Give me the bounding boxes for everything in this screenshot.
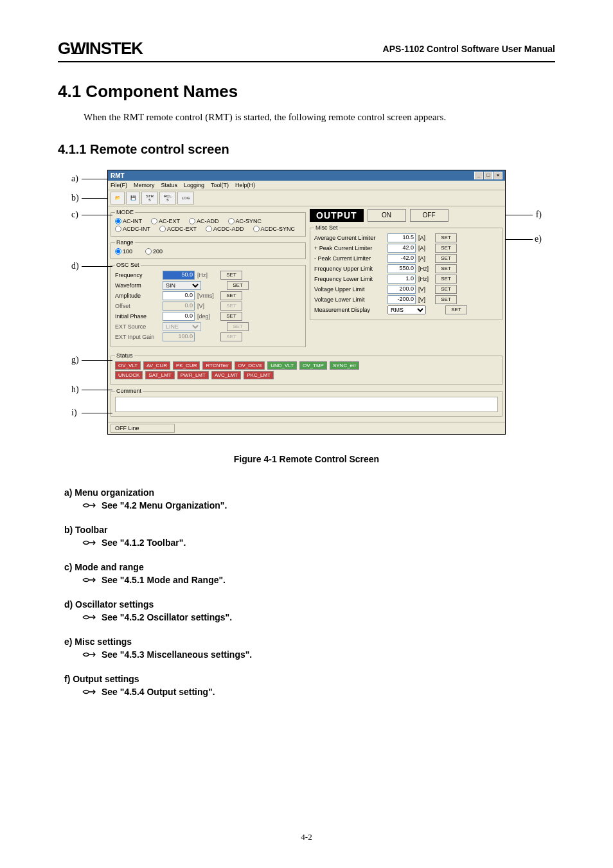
comment-input[interactable]	[115, 397, 498, 412]
save-icon[interactable]: 💾	[126, 192, 140, 204]
window-title: RMT	[111, 172, 125, 179]
rcl-icon[interactable]: RCL5	[159, 192, 176, 204]
menubar: File(F) Memory Status Logging Tool(T) He…	[108, 181, 505, 190]
voltup-set-button[interactable]: SET	[435, 285, 457, 294]
ppkcur-input[interactable]: 42.0	[387, 244, 416, 253]
meas-select[interactable]: RMS	[387, 305, 426, 314]
avgcur-label: Average Current Limiter	[314, 235, 385, 241]
callout-d: d)	[71, 261, 79, 271]
pointer-icon	[82, 538, 96, 547]
statusbar: OFF Line	[108, 422, 505, 434]
pointer-icon	[82, 501, 96, 510]
flag-ovvlt: OV_VLT	[115, 361, 141, 370]
phase-set-button[interactable]: SET	[220, 312, 242, 321]
window-controls: _ □ ×	[474, 172, 502, 179]
wave-set-button[interactable]: SET	[227, 281, 249, 290]
amp-unit: [Vrms]	[197, 293, 218, 299]
output-on-button[interactable]: ON	[368, 209, 406, 222]
extsrc-select: LINE	[163, 322, 201, 331]
offset-unit: [V]	[197, 303, 218, 309]
str-icon[interactable]: STR5	[141, 192, 158, 204]
mode-acsync[interactable]: AC-SYNC	[228, 218, 262, 224]
osc-group: OSC Set Frequency 50.0 [Hz] SET Waveform…	[111, 262, 306, 347]
extgain-set-button: SET	[220, 332, 242, 341]
item-d-ref: See "4.5.2 Oscillator settings".	[102, 612, 232, 622]
flag-syncerr: SYNC_err	[330, 361, 359, 370]
frequp-input[interactable]: 550.0	[387, 264, 416, 273]
item-f-ref: See "4.5.4 Output setting".	[102, 687, 215, 697]
callout-e: e)	[535, 234, 542, 244]
avgcur-input[interactable]: 10.5	[387, 233, 416, 242]
section-intro: When the RMT remote control (RMT) is sta…	[84, 112, 555, 123]
close-icon[interactable]: ×	[493, 172, 502, 179]
flag-pkcur: PK_CUR	[173, 361, 200, 370]
mode-acadd[interactable]: AC-ADD	[189, 218, 219, 224]
mode-acint[interactable]: AC-INT	[115, 218, 142, 224]
voltlo-set-button[interactable]: SET	[435, 295, 457, 304]
npkcur-set-button[interactable]: SET	[435, 254, 457, 263]
menu-memory[interactable]: Memory	[134, 182, 155, 188]
frequp-set-button[interactable]: SET	[435, 264, 457, 273]
amp-label: Amplitude	[115, 293, 160, 299]
npkcur-label: - Peak Current Limiter	[314, 255, 385, 262]
output-off-button[interactable]: OFF	[410, 209, 449, 222]
pointer-icon	[82, 687, 96, 696]
freq-set-button[interactable]: SET	[220, 271, 242, 280]
flag-undvlt: UND_VLT	[267, 361, 297, 370]
manual-title: APS-1102 Control Software User Manual	[383, 44, 555, 54]
mode-acdcext[interactable]: ACDC-EXT	[159, 226, 197, 232]
range-100[interactable]: 100	[115, 248, 132, 255]
log-icon[interactable]: LOG	[177, 192, 194, 204]
phase-label: Initial Phase	[115, 313, 160, 320]
pointer-icon	[82, 613, 96, 622]
freq-input[interactable]: 50.0	[163, 271, 195, 280]
freqlo-input[interactable]: 1.0	[387, 275, 416, 284]
voltup-input[interactable]: 200.0	[387, 285, 416, 294]
wave-select[interactable]: SIN	[163, 281, 201, 290]
flag-rtcnterr: RTCNTerr	[202, 361, 232, 370]
mode-acdcsync[interactable]: ACDC-SYNC	[253, 226, 296, 232]
amp-set-button[interactable]: SET	[220, 291, 242, 300]
item-b-ref: See "4.1.2 Toolbar".	[102, 538, 186, 548]
item-f-head: f) Output settings	[64, 674, 555, 684]
callout-b: b)	[71, 193, 79, 203]
minimize-icon[interactable]: _	[474, 172, 483, 179]
npkcur-input[interactable]: -42.0	[387, 254, 416, 263]
range-200[interactable]: 200	[145, 248, 163, 255]
menu-logging[interactable]: Logging	[184, 182, 204, 188]
section-heading: 4.1 Component Names	[58, 82, 555, 102]
status-group: Status OV_VLT AV_CUR PK_CUR RTCNTerr OV_…	[111, 352, 502, 385]
freqlo-set-button[interactable]: SET	[435, 275, 457, 284]
menu-file[interactable]: File(F)	[111, 182, 127, 188]
flag-ovtmp: OV_TMP	[299, 361, 327, 370]
maximize-icon[interactable]: □	[484, 172, 493, 179]
amp-input[interactable]: 0.0	[163, 291, 195, 300]
meas-label: Measurement Display	[314, 307, 385, 313]
output-label: OUTPUT	[310, 209, 364, 222]
flag-pwrlmt: PWR_LMT	[177, 371, 209, 379]
menu-status[interactable]: Status	[161, 182, 178, 188]
pointer-icon	[82, 575, 96, 584]
callout-h: h)	[71, 384, 79, 395]
osc-legend: OSC Set	[115, 262, 141, 268]
status-legend: Status	[115, 352, 134, 359]
menu-tool[interactable]: Tool(T)	[211, 182, 229, 188]
flag-avclmt: AVC_LMT	[211, 371, 241, 379]
mode-acext[interactable]: AC-EXT	[151, 218, 180, 224]
menu-help[interactable]: Help(H)	[235, 182, 255, 188]
ppkcur-set-button[interactable]: SET	[435, 244, 457, 253]
rmt-window: RMT _ □ × File(F) Memory Status Logging …	[107, 170, 506, 435]
voltlo-input[interactable]: -200.0	[387, 295, 416, 304]
meas-set-button[interactable]: SET	[445, 305, 467, 314]
mode-acdcint[interactable]: ACDC-INT	[115, 226, 150, 232]
offset-label: Offset	[115, 303, 160, 309]
open-icon[interactable]: 📂	[111, 192, 125, 204]
pointer-icon	[82, 650, 96, 659]
item-b-head: b) Toolbar	[64, 525, 555, 535]
phase-input[interactable]: 0.0	[163, 312, 195, 321]
item-a-ref: See "4.2 Menu Organization".	[102, 500, 227, 511]
offset-input: 0.0	[163, 302, 195, 311]
avgcur-set-button[interactable]: SET	[435, 233, 457, 242]
mode-acdcadd[interactable]: ACDC-ADD	[206, 226, 244, 232]
item-c-ref: See "4.5.1 Mode and Range".	[102, 575, 226, 585]
